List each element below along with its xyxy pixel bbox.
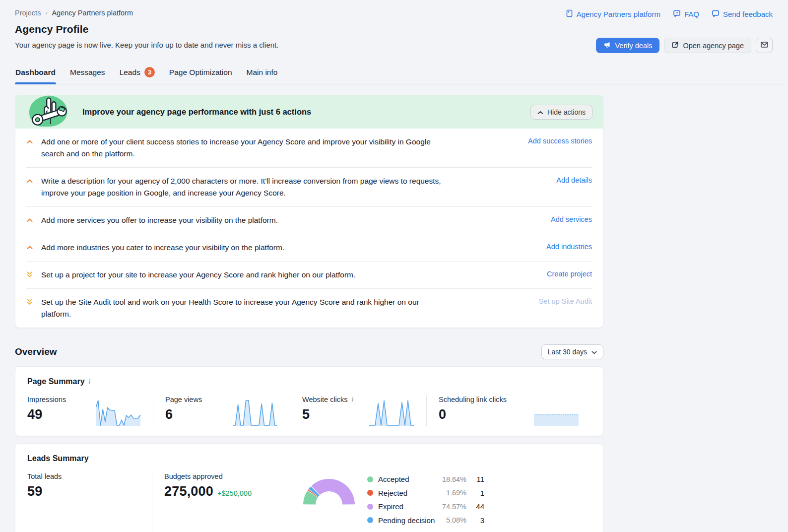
page-views-value: 6 [165, 407, 202, 422]
chevron-down-icon [591, 348, 597, 356]
tab-messages[interactable]: Messages [69, 64, 106, 84]
priority-low-icon [26, 269, 41, 280]
priority-low-icon [26, 296, 41, 308]
send-feedback-link[interactable]: Send feedback [712, 9, 773, 19]
metric-scheduling-clicks: Scheduling link clicks 0 [426, 396, 591, 426]
legend-row-expired: Expired 74.57% 44 [367, 500, 484, 514]
breadcrumb-chevron-icon: › [45, 9, 47, 16]
add-success-stories-link[interactable]: Add success stories [528, 136, 592, 145]
legend-row-rejected: Rejected 1.69% 1 [367, 486, 484, 500]
impressions-value: 49 [27, 407, 66, 422]
date-range-select[interactable]: Last 30 days [541, 344, 603, 359]
budgets-approved-block: Budgets approved 275,000 +$250,000 [152, 472, 289, 532]
agency-profile-page: Agency Partners platform ? FAQ Send feed… [0, 0, 788, 532]
add-details-link[interactable]: Add details [556, 175, 592, 184]
scheduling-clicks-sparkline [534, 398, 579, 426]
info-icon[interactable]: i [352, 396, 354, 403]
legend-row-accepted: Accepted 18.64% 11 [367, 472, 484, 486]
budgets-approved-delta: +$250,000 [217, 489, 252, 497]
action-items-list: Add one or more of your client success s… [15, 129, 603, 328]
pending-decision-dot-icon [367, 517, 373, 523]
page-title: Agency Profile [15, 23, 788, 35]
total-leads-value: 59 [27, 484, 140, 499]
tab-page-optimization[interactable]: Page Optimization [169, 64, 233, 84]
budgets-approved-value: 275,000 [164, 484, 213, 499]
leads-summary-content: Total leads 59 Budgets approved 275,000 … [27, 472, 591, 532]
chat-question-icon: ? [673, 9, 681, 19]
leads-count-badge: 3 [144, 67, 155, 77]
header-actions: Verify deals Open agency page [596, 38, 773, 53]
add-services-link[interactable]: Add services [551, 214, 592, 223]
action-item-industries: Add more industries you cater to increas… [26, 234, 592, 261]
chevron-up-icon [537, 108, 543, 116]
breadcrumb-projects[interactable]: Projects [15, 9, 41, 17]
page-summary-card: Page Summary i Impressions 49 Page views… [15, 366, 603, 436]
hand-wrench-illustration [24, 95, 74, 129]
website-clicks-value: 5 [302, 407, 353, 422]
priority-high-icon [26, 214, 41, 225]
add-industries-link[interactable]: Add industries [546, 242, 592, 251]
verify-deals-button[interactable]: Verify deals [596, 38, 659, 53]
impressions-sparkline [96, 398, 140, 426]
page-summary-title: Page Summary [27, 377, 85, 386]
leads-status-legend: Accepted 18.64% 11 Rejected 1.69% 1 [367, 472, 484, 527]
tab-main-info[interactable]: Main info [246, 64, 278, 84]
external-link-icon [671, 41, 679, 50]
leads-status-donut-chart [301, 477, 357, 506]
tab-dashboard[interactable]: Dashboard [15, 64, 56, 84]
tab-leads[interactable]: Leads3 [119, 64, 155, 84]
set-up-site-audit-link[interactable]: Set up Site Audit [539, 296, 592, 305]
action-item-description: Write a description for your agency of 2… [26, 167, 592, 206]
priority-high-icon [26, 136, 41, 147]
actions-banner-title: Improve your agency page performance wit… [82, 107, 311, 117]
tab-bar: Dashboard Messages Leads3 Page Optimizat… [15, 64, 788, 84]
info-icon[interactable]: i [89, 378, 91, 386]
megaphone-icon [603, 41, 611, 50]
expired-dot-icon [367, 504, 373, 510]
priority-high-icon [26, 175, 41, 186]
envelope-icon [760, 41, 769, 50]
page-summary-metrics: Impressions 49 Page views 6 Website clic… [27, 396, 591, 426]
create-project-link[interactable]: Create project [547, 269, 592, 278]
actions-banner: Improve your agency page performance wit… [15, 95, 603, 129]
action-item-services: Add more services you offer to increase … [26, 206, 592, 234]
overview-heading: Overview [15, 346, 57, 357]
svg-text:?: ? [676, 11, 678, 15]
leads-summary-title: Leads Summary [27, 454, 89, 463]
action-item-project: Set up a project for your site to increa… [26, 261, 592, 288]
improve-actions-card: Improve your agency page performance wit… [15, 95, 603, 328]
header-links: Agency Partners platform ? FAQ Send feed… [566, 9, 773, 19]
document-icon [566, 9, 573, 19]
total-leads-block: Total leads 59 [27, 472, 152, 532]
breadcrumb-current: Agency Partners platform [52, 9, 133, 17]
hide-actions-button[interactable]: Hide actions [530, 105, 592, 120]
metric-page-views: Page views 6 [153, 396, 290, 426]
metric-impressions: Impressions 49 [27, 396, 153, 426]
messages-inbox-button[interactable] [756, 38, 773, 53]
leads-summary-card: Leads Summary Total leads 59 Budgets app… [15, 443, 603, 532]
leads-status-chart-block: Accepted 18.64% 11 Rejected 1.69% 1 [289, 472, 591, 532]
agency-partners-platform-link[interactable]: Agency Partners platform [566, 9, 660, 19]
scheduling-clicks-value: 0 [439, 407, 507, 422]
action-item-site-audit: Set up the Site Audit tool and work on y… [26, 288, 592, 328]
action-item-success-stories: Add one or more of your client success s… [26, 129, 592, 167]
priority-high-icon [26, 242, 41, 253]
chat-bubble-icon [712, 9, 720, 19]
faq-link[interactable]: ? FAQ [673, 9, 699, 19]
metric-website-clicks: Website clicksi 5 [290, 396, 426, 426]
page-views-sparkline [233, 398, 277, 426]
open-agency-page-button[interactable]: Open agency page [664, 38, 751, 53]
website-clicks-sparkline [369, 398, 414, 426]
accepted-dot-icon [367, 476, 373, 482]
rejected-dot-icon [367, 490, 373, 496]
legend-row-pending: Pending decision 5.08% 3 [367, 514, 484, 528]
